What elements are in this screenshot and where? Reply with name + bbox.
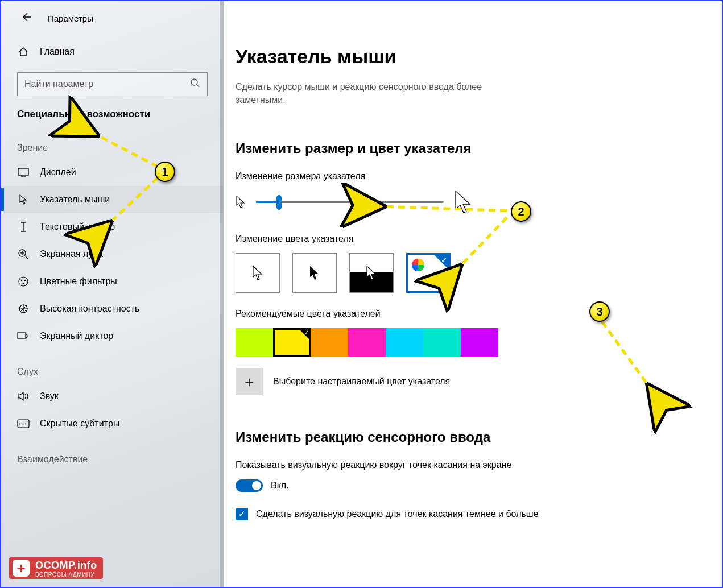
sound-icon <box>17 391 30 401</box>
pointer-color-label: Изменение цвета указателя <box>236 234 688 244</box>
sidebar-item-high-contrast[interactable]: Высокая контрастность <box>1 295 224 322</box>
recommended-colors-label: Рекомендуемые цвета указателей <box>236 309 688 319</box>
sidebar-item-label: Цветные фильтры <box>40 276 117 287</box>
search-placeholder: Найти параметр <box>24 79 93 89</box>
sidebar-item-label: Дисплей <box>40 167 76 177</box>
mouse-pointer-icon <box>17 194 30 205</box>
main-pane: Указатель мыши Сделать курсор мыши и реа… <box>224 1 722 587</box>
checkmark-icon <box>298 328 311 341</box>
section-size-color: Изменить размер и цвет указателя <box>236 140 688 156</box>
color-swatch[interactable] <box>386 328 423 357</box>
svg-point-12 <box>19 277 28 286</box>
color-swatch[interactable] <box>273 328 311 357</box>
color-filters-icon <box>17 276 30 287</box>
home-icon <box>17 46 30 57</box>
group-vision: Зрение <box>1 126 224 159</box>
search-input[interactable]: Найти параметр <box>17 72 208 96</box>
checkmark-icon: ✓ <box>238 509 246 519</box>
svg-line-2 <box>197 85 199 87</box>
back-icon[interactable] <box>20 11 32 26</box>
big-cursor-icon <box>454 191 472 213</box>
captions-icon: CC <box>17 419 30 428</box>
svg-rect-3 <box>18 168 28 175</box>
svg-text:CC: CC <box>19 421 26 426</box>
sidebar: Параметры Главная Найти параметр Специал… <box>1 1 224 587</box>
pointer-color-custom[interactable] <box>406 253 451 293</box>
plus-icon: ＋ <box>242 372 257 392</box>
pointer-color-black[interactable] <box>292 253 337 293</box>
touch-feedback-toggle[interactable] <box>236 479 263 492</box>
high-contrast-icon <box>17 303 30 314</box>
sidebar-item-mouse-pointer[interactable]: Указатель мыши <box>1 186 224 213</box>
sidebar-item-label: Текстовый курсор <box>40 222 115 232</box>
watermark: + OCOMP.info ВОПРОСЫ АДМИНУ <box>9 557 103 579</box>
pointer-size-slider[interactable] <box>256 201 444 203</box>
section-touch: Изменить реакцию сенсорного ввода <box>236 429 688 445</box>
toggle-state-label: Вкл. <box>271 481 289 491</box>
sidebar-item-label: Указатель мыши <box>40 194 110 205</box>
color-swatch[interactable] <box>311 328 348 357</box>
custom-color-label: Выберите настраиваемый цвет указателя <box>273 376 450 387</box>
pointer-color-white[interactable] <box>236 253 280 293</box>
search-icon <box>190 78 200 90</box>
color-swatch[interactable] <box>423 328 461 357</box>
sidebar-item-sound[interactable]: Звук <box>1 383 224 410</box>
magnifier-icon <box>17 249 30 260</box>
ease-of-access-title: Специальные возможности <box>1 106 224 126</box>
small-cursor-icon <box>236 196 246 208</box>
sidebar-item-magnifier[interactable]: Экранная лупа <box>1 241 224 268</box>
sidebar-item-label: Высокая контрастность <box>40 304 139 314</box>
sidebar-item-color-filters[interactable]: Цветные фильтры <box>1 268 224 295</box>
window-title: Параметры <box>48 14 93 23</box>
narrator-icon <box>17 331 30 341</box>
sidebar-item-display[interactable]: Дисплей <box>1 159 224 186</box>
svg-point-14 <box>24 280 26 281</box>
display-icon <box>17 168 30 177</box>
watermark-title: OCOMP.info <box>35 560 97 572</box>
touch-visual-label: Показывать визуальную реакцию вокруг точ… <box>236 460 531 470</box>
touch-darker-checkbox[interactable]: ✓ <box>236 508 248 520</box>
color-swatch[interactable] <box>461 328 498 357</box>
sidebar-item-label: Звук <box>40 391 59 401</box>
sidebar-item-label: Экранный диктор <box>40 331 113 341</box>
page-title: Указатель мыши <box>236 45 688 68</box>
svg-rect-21 <box>18 333 26 338</box>
pointer-color-inverted[interactable] <box>349 253 394 293</box>
sidebar-item-text-cursor[interactable]: Текстовый курсор <box>1 213 224 241</box>
checkmark-icon <box>434 255 449 270</box>
group-interaction: Взаимодействие <box>1 437 224 482</box>
group-hearing: Слух <box>1 350 224 383</box>
sidebar-item-label: Скрытые субтитры <box>40 419 119 429</box>
sidebar-item-label: Главная <box>40 47 75 57</box>
svg-line-9 <box>25 256 28 259</box>
svg-point-13 <box>21 280 23 281</box>
color-swatch[interactable] <box>236 328 273 357</box>
svg-point-1 <box>191 79 197 85</box>
add-custom-color-button[interactable]: ＋ <box>236 368 263 395</box>
color-swatch[interactable] <box>348 328 386 357</box>
watermark-subtitle: ВОПРОСЫ АДМИНУ <box>35 572 97 578</box>
svg-point-15 <box>23 283 24 284</box>
sidebar-scrollbar[interactable] <box>220 1 224 587</box>
pointer-size-label: Изменение размера указателя <box>236 171 688 181</box>
watermark-plus-icon: + <box>13 560 30 577</box>
sidebar-item-home[interactable]: Главная <box>1 38 224 65</box>
text-cursor-icon <box>17 221 30 233</box>
touch-darker-label: Сделать визуальную реакцию для точек кас… <box>256 508 539 520</box>
sidebar-item-narrator[interactable]: Экранный диктор <box>1 322 224 350</box>
recommended-colors <box>236 328 688 357</box>
sidebar-item-captions[interactable]: CC Скрытые субтитры <box>1 410 224 437</box>
sidebar-item-label: Экранная лупа <box>40 249 103 259</box>
page-subtitle: Сделать курсор мыши и реакцию сенсорного… <box>236 80 531 106</box>
